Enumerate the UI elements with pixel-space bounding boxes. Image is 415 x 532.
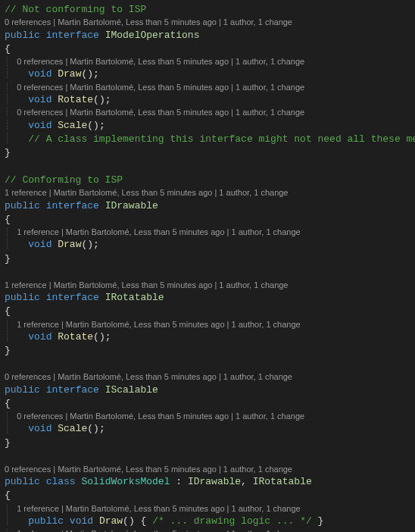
method-name: Scale	[58, 423, 87, 434]
brace-open: {	[5, 42, 410, 56]
keyword-interface: interface	[46, 30, 99, 41]
code-line: ┊ void Rotate();	[5, 330, 410, 344]
method-name: Draw	[99, 515, 123, 527]
codelens[interactable]: ┊ 0 references | Martin Bartolomé, Less …	[5, 82, 410, 93]
codelens[interactable]: ┊ 0 references | Martin Bartolomé, Less …	[5, 56, 410, 67]
blank-line	[5, 266, 410, 280]
class-name: SolidWorksModel	[81, 476, 170, 487]
brace-open: {	[5, 397, 410, 411]
method-name: Rotate	[58, 94, 93, 105]
blank-line	[5, 358, 410, 371]
method-name: Draw	[58, 239, 81, 250]
code-line: public interface IModelOperations	[5, 29, 410, 42]
code-line: public interface IDrawable	[5, 199, 410, 213]
brace-close: }	[5, 344, 410, 358]
codelens[interactable]: 0 references | Martin Bartolomé, Less th…	[5, 371, 410, 383]
brace-open: {	[5, 305, 410, 318]
code-line: ┊ public void Draw() { /* ... drawing lo…	[5, 515, 410, 528]
code-line: ┊ void Scale();	[5, 119, 410, 133]
comment: // Not conforming to ISP	[5, 4, 146, 15]
codelens[interactable]: ┊ 1 reference | Martin Bartolomé, Less t…	[5, 503, 410, 515]
code-line: public interface IRotatable	[5, 291, 410, 305]
keyword-public: public	[5, 30, 40, 41]
method-name: Draw	[58, 68, 81, 80]
code-line: // Not conforming to ISP	[5, 3, 410, 17]
codelens[interactable]: 0 references | Martin Bartolomé, Less th…	[5, 17, 410, 28]
type-name: IModelOperations	[105, 30, 200, 41]
method-name: Rotate	[58, 331, 93, 343]
code-line: ┊ void Draw();	[5, 67, 410, 81]
comment: // Conforming to ISP	[5, 174, 123, 186]
blank-line	[5, 160, 410, 174]
codelens[interactable]: ┊ 0 references | Martin Bartolomé, Less …	[5, 411, 410, 422]
code-line: ┊ void Rotate();	[5, 93, 410, 107]
codelens[interactable]: ┊ 1 reference | Martin Bartolomé, Less t…	[5, 227, 410, 238]
blank-line	[5, 450, 410, 464]
codelens[interactable]: ┊ 1 reference | Martin Bartolomé, Less t…	[5, 528, 410, 532]
type-name: IDrawable	[105, 200, 158, 211]
codelens[interactable]: ┊ 0 references | Martin Bartolomé, Less …	[5, 107, 410, 118]
brace-open: {	[5, 213, 410, 227]
code-line: public interface IScalable	[5, 383, 410, 397]
brace-open: {	[5, 489, 410, 502]
brace-close: }	[5, 437, 410, 450]
code-line: ┊ // A class implementing this interface…	[5, 133, 410, 146]
brace-close: }	[5, 146, 410, 160]
codelens[interactable]: 0 references | Martin Bartolomé, Less th…	[5, 464, 410, 475]
code-line: ┊ void Draw();	[5, 238, 410, 252]
comment: // A class implementing this interface m…	[28, 133, 415, 145]
codelens[interactable]: 1 reference | Martin Bartolomé, Less tha…	[5, 187, 410, 199]
type-name: IScalable	[105, 384, 158, 396]
codelens[interactable]: 1 reference | Martin Bartolomé, Less tha…	[5, 280, 410, 291]
code-line: // Conforming to ISP	[5, 174, 410, 187]
code-line: ┊ void Scale();	[5, 422, 410, 436]
type-name: IRotatable	[105, 292, 164, 303]
code-line: public class SolidWorksModel : IDrawable…	[5, 475, 410, 489]
method-name: Scale	[58, 120, 87, 131]
codelens[interactable]: ┊ 1 reference | Martin Bartolomé, Less t…	[5, 319, 410, 330]
brace-close: }	[5, 252, 410, 266]
